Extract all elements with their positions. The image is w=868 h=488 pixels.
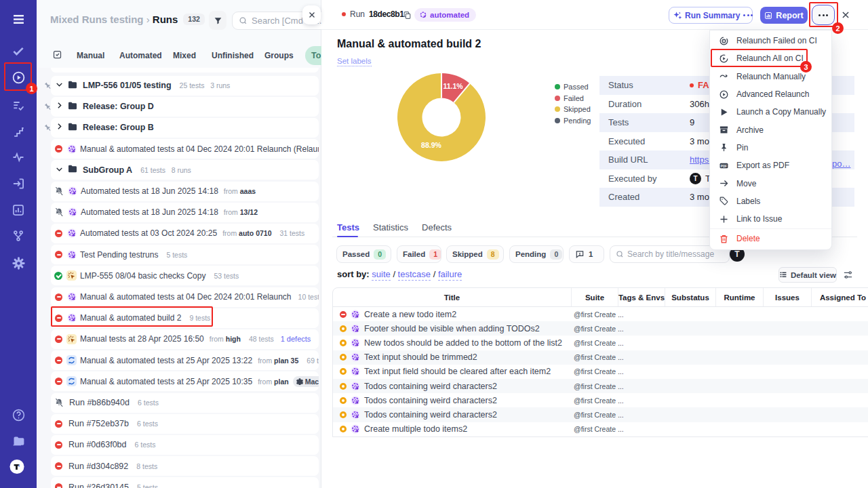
svg-text:PDF: PDF [721,164,727,167]
svg-text:11.1%: 11.1% [443,82,463,90]
svg-text:88.9%: 88.9% [421,141,441,149]
